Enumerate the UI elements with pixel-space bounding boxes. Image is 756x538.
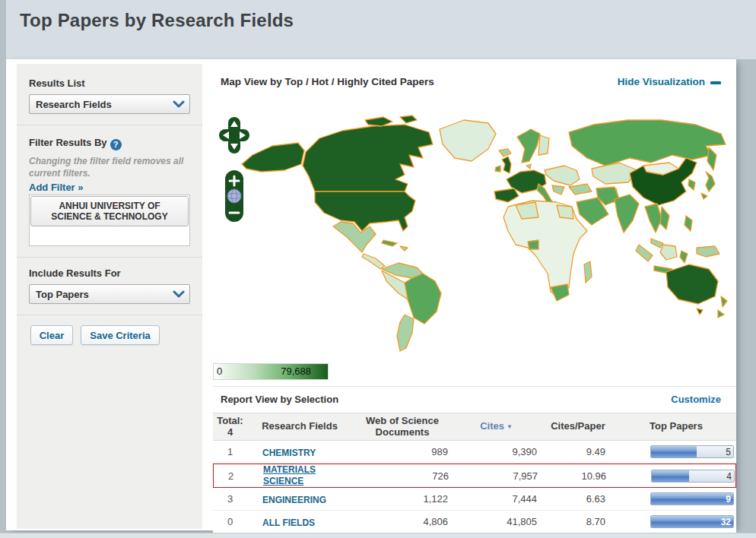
- world-map[interactable]: [213, 100, 736, 356]
- col-header-wos-documents: Web of Science Documents: [352, 416, 453, 438]
- chevron-down-icon: [173, 290, 185, 299]
- filter-results-label: Filter Results By?: [29, 137, 122, 150]
- field-link[interactable]: CHEMISTRY: [262, 448, 316, 459]
- page-bottom-strip: [0, 533, 756, 538]
- help-icon[interactable]: ?: [110, 139, 122, 150]
- row-docs: 726: [353, 470, 453, 482]
- row-cites: 41,805: [453, 516, 540, 527]
- row-cites-per-paper: 10.96: [541, 470, 617, 482]
- map-view-title: Map View by Top / Hot / Highly Cited Pap…: [221, 76, 434, 87]
- table-row: 3 ENGINEERING 1,122 7,444 6.63 9: [213, 488, 736, 511]
- legend-min: 0: [217, 366, 222, 377]
- col-header-cites-per-paper: Cites/Paper: [540, 421, 616, 432]
- row-docs: 4,806: [352, 516, 453, 527]
- customize-link[interactable]: Customize: [671, 394, 721, 405]
- map-countries[interactable]: [242, 116, 727, 351]
- row-docs: 1,122: [352, 493, 453, 505]
- sidebar-divider: [17, 315, 202, 315]
- sidebar-divider: [17, 257, 202, 258]
- page-title: Top Papers by Research Fields: [20, 10, 294, 31]
- results-list-value: Research Fields: [36, 99, 173, 110]
- filters-sidebar: Results List Research Fields Filter Resu…: [17, 64, 202, 529]
- top-papers-bar: 5: [650, 445, 734, 458]
- app-window: Top Papers by Research Fields Results Li…: [0, 0, 756, 538]
- section-divider: [213, 386, 736, 387]
- row-rank: 2: [214, 470, 248, 482]
- row-rank: 1: [213, 446, 247, 457]
- col-header-research-fields: Research Fields: [247, 421, 352, 432]
- active-filters-box: ANHUI UNIVERSITY OF SCIENCE & TECHNOLOGY: [29, 195, 190, 246]
- main-content: Map View by Top / Hot / Highly Cited Pap…: [213, 64, 736, 530]
- row-rank: 0: [213, 516, 247, 527]
- top-papers-bar: 4: [651, 470, 735, 483]
- results-list-dropdown[interactable]: Research Fields: [29, 94, 190, 114]
- hide-visualization-link[interactable]: Hide Visualization: [618, 76, 721, 87]
- sort-desc-icon: ▼: [507, 423, 513, 430]
- col-header-top-papers: Top Papers: [616, 421, 736, 432]
- field-link[interactable]: MATERIALS SCIENCE: [263, 464, 353, 487]
- legend-max: 79,688: [281, 366, 311, 377]
- results-list-label: Results List: [29, 78, 85, 89]
- col-header-total: Total: 4: [213, 416, 247, 438]
- active-filter-label: ANHUI UNIVERSITY OF SCIENCE & TECHNOLOGY: [41, 201, 178, 223]
- top-papers-bar: 32: [650, 515, 734, 528]
- field-link[interactable]: ENGINEERING: [262, 495, 326, 506]
- chevron-down-icon: [173, 100, 185, 109]
- row-cites: 7,444: [453, 493, 540, 505]
- table-header-row: Total: 4 Research Fields Web of Science …: [213, 413, 736, 441]
- results-table: Total: 4 Research Fields Web of Science …: [213, 413, 736, 533]
- row-docs: 989: [352, 446, 453, 457]
- save-criteria-button[interactable]: Save Criteria: [81, 325, 160, 345]
- filter-note: Changing the filter field removes all cu…: [29, 155, 190, 179]
- sidebar-divider: [17, 125, 202, 125]
- map-zoom-control[interactable]: [225, 170, 243, 222]
- row-rank: 3: [213, 493, 247, 505]
- table-row: 1 CHEMISTRY 989 9,390 9.49 5: [213, 441, 736, 464]
- include-results-label: Include Results For: [29, 267, 121, 279]
- include-results-dropdown[interactable]: Top Papers: [29, 284, 190, 304]
- table-row: 0 ALL FIELDS 4,806 41,805 8.70 32: [213, 511, 736, 533]
- active-filter-chip[interactable]: ANHUI UNIVERSITY OF SCIENCE & TECHNOLOGY: [30, 196, 189, 226]
- row-cites: 9,390: [453, 446, 540, 457]
- top-papers-bar: 9: [650, 492, 734, 505]
- add-filter-link[interactable]: Add Filter »: [29, 182, 84, 193]
- page-header: Top Papers by Research Fields: [6, 0, 756, 59]
- row-cites-per-paper: 9.49: [540, 446, 616, 457]
- row-cites-per-paper: 6.63: [540, 493, 616, 505]
- collapse-minus-icon: [710, 81, 721, 84]
- field-link[interactable]: ALL FIELDS: [262, 517, 315, 529]
- map-container: [213, 100, 736, 356]
- clear-button[interactable]: Clear: [30, 325, 73, 345]
- include-results-value: Top Papers: [36, 289, 173, 300]
- map-color-legend: 0 79,688: [213, 363, 329, 380]
- col-header-cites[interactable]: Cites▼: [453, 421, 540, 432]
- map-pan-control[interactable]: [219, 117, 249, 153]
- report-view-title: Report View by Selection: [221, 394, 338, 405]
- table-row-highlighted: 2 MATERIALS SCIENCE 726 7,957 10.96 4: [213, 464, 736, 488]
- globe-icon[interactable]: [227, 189, 241, 203]
- row-cites: 7,957: [453, 470, 541, 482]
- row-cites-per-paper: 8.70: [540, 516, 616, 527]
